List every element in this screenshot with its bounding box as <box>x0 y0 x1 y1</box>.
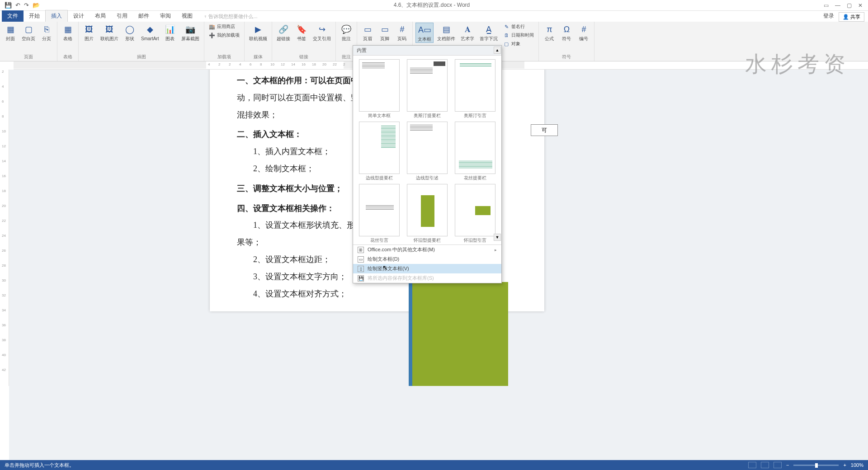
tab-mailings[interactable]: 邮件 <box>133 10 155 22</box>
tab-file[interactable]: 文件 <box>2 10 24 22</box>
shapes-button[interactable]: ◯形状 <box>122 23 137 42</box>
save-icon[interactable]: 💾 <box>5 2 12 9</box>
minimize-icon[interactable]: — <box>835 2 840 9</box>
table-button[interactable]: ▦表格 <box>60 23 75 42</box>
gallery-scroll-down[interactable]: ▼ <box>494 234 501 241</box>
gallery-item-simple-textbox[interactable]: 简单文本框 <box>357 59 402 119</box>
group-comments-label: 批注 <box>339 53 354 61</box>
zoom-out-button[interactable]: − <box>786 462 789 468</box>
ruler-vertical[interactable]: 24681012141618202224262830323436384042 <box>0 70 9 386</box>
footer-button[interactable]: ▭页脚 <box>377 23 392 42</box>
gallery-item-retro-quote[interactable]: 怀旧型引言 <box>453 184 498 244</box>
comment-button[interactable]: 💬批注 <box>339 23 354 42</box>
status-message: 单击并拖动可插入一个文本框。 <box>5 462 74 469</box>
textbox-button[interactable]: A▭文本框 <box>415 23 434 43</box>
undo-icon[interactable]: ↶ <box>15 2 20 9</box>
watermark-text: 水杉考资 <box>745 50 850 79</box>
open-icon[interactable]: 📂 <box>33 2 40 9</box>
symbol-button[interactable]: Ω符号 <box>559 23 574 42</box>
bookmark-button[interactable]: 🔖书签 <box>294 23 309 42</box>
group-media-label: 媒体 <box>247 53 269 61</box>
tab-design[interactable]: 设计 <box>68 10 90 22</box>
screenshot-button[interactable]: 📷屏幕截图 <box>179 23 201 42</box>
datetime-button[interactable]: 🗓日期和时间 <box>501 31 536 39</box>
gallery-item-austin-quote[interactable]: 奥斯汀引言 <box>453 59 498 119</box>
gallery-item-austin-sidebar[interactable]: 奥斯汀提要栏 <box>405 59 450 119</box>
menu-save-to-gallery: 💾将所选内容保存到文本框库(S) <box>353 273 501 283</box>
group-links-label: 链接 <box>275 53 333 61</box>
group-illustrations-label: 插图 <box>81 53 201 61</box>
hyperlink-button[interactable]: 🔗超链接 <box>275 23 292 42</box>
blank-page-button[interactable]: ▢空白页 <box>20 23 37 42</box>
tab-home[interactable]: 开始 <box>24 10 45 22</box>
gallery-item-filigree-sidebar[interactable]: 花丝提要栏 <box>453 122 498 181</box>
zoom-in-button[interactable]: + <box>843 462 846 468</box>
gallery-item-sideline-sidebar[interactable]: 边线型提要栏 <box>357 122 402 181</box>
tab-insert[interactable]: 插入 <box>45 10 68 22</box>
status-bar: 单击并拖动可插入一个文本框。 − + 100% <box>0 460 868 470</box>
ribbon-options-icon[interactable]: ▭ <box>824 2 829 9</box>
chart-button[interactable]: 📊图表 <box>162 23 178 42</box>
view-print-layout-icon[interactable] <box>748 462 756 468</box>
signature-line-button[interactable]: ✎签名行 <box>501 23 536 31</box>
crossref-button[interactable]: ↪交叉引用 <box>311 23 333 42</box>
tab-view[interactable]: 视图 <box>176 10 198 22</box>
tell-me-input[interactable]: ♀ 告诉我您想要做什么... <box>202 11 259 22</box>
gallery-scroll-up[interactable]: ▲ <box>494 47 501 54</box>
equation-button[interactable]: π公式 <box>542 23 557 42</box>
quickparts-button[interactable]: ▤文档部件 <box>435 23 457 42</box>
gallery-item-sideline-quote[interactable]: 边线型引述 <box>405 122 450 181</box>
tab-review[interactable]: 审阅 <box>155 10 176 22</box>
gallery-item-filigree-quote[interactable]: 花丝引言 <box>357 184 402 244</box>
view-web-layout-icon[interactable] <box>774 462 782 468</box>
tab-references[interactable]: 引用 <box>111 10 133 22</box>
wordart-button[interactable]: 𝐀艺术字 <box>459 23 476 42</box>
menu-office-more[interactable]: ⊞Office.com 中的其他文本框(M)▸ <box>353 245 501 254</box>
textbox-gallery: 简单文本框 奥斯汀提要栏 奥斯汀引言 边线型提要栏 边线型引述 花丝提要栏 花丝… <box>353 56 501 244</box>
login-link[interactable]: 登录 <box>819 10 839 22</box>
menu-draw-vertical-textbox[interactable]: ▯绘制竖排文本框(V) <box>353 264 501 273</box>
group-tables-label: 表格 <box>60 53 75 61</box>
dropdown-header: 内置 <box>353 46 501 56</box>
my-addins-button[interactable]: ➕我的加载项 <box>207 31 241 39</box>
quick-access-toolbar: 💾 ↶ ↷ 📂 <box>0 2 40 9</box>
share-button[interactable]: 👤 共享 <box>839 12 864 22</box>
zoom-level[interactable]: 100% <box>851 462 863 468</box>
tab-layout[interactable]: 布局 <box>90 10 111 22</box>
view-read-mode-icon[interactable] <box>761 462 769 468</box>
number-button[interactable]: #编号 <box>576 23 591 42</box>
ribbon-tabs: 文件 开始 插入 设计 布局 引用 邮件 审阅 视图 ♀ 告诉我您想要做什么..… <box>0 11 868 22</box>
green-rectangle <box>409 282 508 386</box>
close-icon[interactable]: ✕ <box>858 2 863 9</box>
smartart-button[interactable]: ◆SmartArt <box>139 23 160 42</box>
online-video-button[interactable]: ▶联机视频 <box>247 23 269 42</box>
textbox-sample[interactable]: 可 <box>531 124 558 136</box>
group-symbols-label: 符号 <box>542 53 591 61</box>
textbox-dropdown: 内置 ▲ 简单文本框 奥斯汀提要栏 奥斯汀引言 边线型提要栏 边线型引述 花丝提… <box>353 45 502 283</box>
header-button[interactable]: ▭页眉 <box>360 23 375 42</box>
window-title: 4.6、文本框的设置.docx - Word <box>40 1 824 9</box>
cover-page-button[interactable]: ▦封面 <box>3 23 18 42</box>
menu-draw-textbox[interactable]: ▭绘制文本框(D) <box>353 254 501 264</box>
page-number-button[interactable]: #页码 <box>394 23 410 42</box>
gallery-item-retro-sidebar[interactable]: 怀旧型提要栏 <box>405 184 450 244</box>
zoom-slider[interactable] <box>793 465 839 466</box>
object-button[interactable]: ▢对象 <box>501 40 536 48</box>
picture-button[interactable]: 🖼图片 <box>81 23 97 42</box>
window-controls: ▭ — ▢ ✕ <box>824 2 868 9</box>
redo-icon[interactable]: ↷ <box>24 2 29 9</box>
page-break-button[interactable]: ⎘分页 <box>39 23 54 42</box>
dropdown-menu: ⊞Office.com 中的其他文本框(M)▸ ▭绘制文本框(D) ▯绘制竖排文… <box>353 244 501 283</box>
online-picture-button[interactable]: 🖼联机图片 <box>99 23 120 42</box>
store-button[interactable]: 🏬应用商店 <box>207 23 241 31</box>
group-pages-label: 页面 <box>3 53 54 61</box>
restore-icon[interactable]: ▢ <box>847 2 852 9</box>
group-addins-label: 加载项 <box>207 53 241 61</box>
title-bar: 💾 ↶ ↷ 📂 4.6、文本框的设置.docx - Word ▭ — ▢ ✕ <box>0 0 868 11</box>
dropcap-button[interactable]: A̲首字下沉 <box>478 23 500 42</box>
